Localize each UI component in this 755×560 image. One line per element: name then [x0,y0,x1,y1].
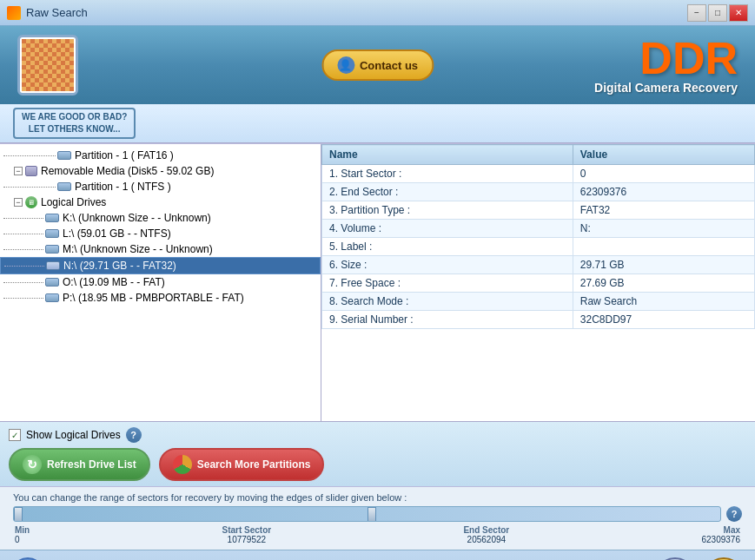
rating-bar[interactable]: WE ARE GOOD OR BAD? LET OTHERS KNOW... [0,104,755,143]
right-panel: Name Value 1. Start Sector :02. End Sect… [321,144,755,421]
tree-scroll[interactable]: Partition - 1 ( FAT16 ) − Removable Medi… [0,144,321,421]
prop-value: FAT32 [573,201,754,220]
brand-section: DDR Digital Camera Recovery [594,36,738,95]
table-row: 5. Label : [322,238,755,256]
prop-name: 4. Volume : [322,220,573,238]
left-panel: Partition - 1 ( FAT16 ) − Removable Medi… [0,144,321,421]
bottom-info: i Select the Drive (from which you want … [0,550,755,560]
prop-value [573,238,754,256]
table-row: 9. Serial Number :32C8DD97 [322,311,755,329]
prop-name: 5. Label : [322,238,573,256]
refresh-drive-btn[interactable]: ↻ Refresh Drive List [9,448,150,481]
prop-value: 62309376 [573,183,754,201]
show-logical-label: Show Logical Drives [26,429,121,441]
slider-handle-left[interactable] [14,507,23,522]
help-icon[interactable]: ? [126,427,142,443]
start-sector-value: 10779522 [228,535,267,544]
brand-ddr: DDR [594,36,738,81]
search-partitions-btn[interactable]: Search More Partitions [159,448,325,481]
table-row: 3. Partition Type :FAT32 [322,201,755,220]
tree-label: O:\ (19.09 MB - - FAT) [63,276,165,288]
rating-badge[interactable]: WE ARE GOOD OR BAD? LET OTHERS KNOW... [13,108,136,139]
tree-item-o-drive[interactable]: O:\ (19.09 MB - - FAT) [0,274,321,290]
table-row: 4. Volume :N: [322,220,755,238]
table-row: 8. Search Mode :Raw Search [322,293,755,311]
checker-logo [22,39,74,91]
prop-name: 8. Search Mode : [322,293,573,311]
show-logical-checkbox[interactable]: ✓ [9,429,21,441]
prop-name: 9. Serial Number : [322,311,573,329]
action-buttons-row: ↻ Refresh Drive List Search More Partiti… [9,448,746,481]
person-icon: 👤 [337,56,354,74]
tree-label: P:\ (18.95 MB - PMBPORTABLE - FAT) [63,292,244,304]
min-value: 0 [15,535,20,544]
slider-track[interactable] [13,506,721,522]
tree-item-logical-drives[interactable]: − 🖥 Logical Drives [0,194,321,210]
slider-area: You can change the range of sectors for … [0,486,755,550]
tree-item-m-drive[interactable]: M:\ (Unknown Size - - Unknown) [0,241,321,257]
drive-icon [46,261,60,270]
app-icon [7,6,21,20]
titlebar: Raw Search − □ ✕ [0,0,755,26]
prop-value: Raw Search [573,293,754,311]
drive-icon [45,293,59,302]
drive-icon [45,229,59,238]
table-row: 1. Start Sector :0 [322,165,755,183]
show-logical-row: ✓ Show Logical Drives ? [9,427,746,443]
prop-value: 32C8DD97 [573,311,754,329]
window-title: Raw Search [26,6,88,19]
end-sector-value: 20562094 [467,535,507,544]
tree-label: Removable Media (Disk5 - 59.02 GB) [41,165,214,177]
search-icon [173,455,192,474]
search-label: Search More Partitions [197,458,311,471]
tree-item-partition-ntfs[interactable]: Partition - 1 ( NTFS ) [0,179,321,194]
prop-name: 1. Start Sector : [322,165,573,183]
tree-label: N:\ (29.71 GB - - FAT32) [63,260,176,272]
prop-name: 3. Partition Type : [322,201,573,220]
prop-name: 2. End Sector : [322,183,573,201]
properties-table: Name Value 1. Start Sector :02. End Sect… [321,144,755,329]
bottom-controls: ✓ Show Logical Drives ? ↻ Refresh Drive … [0,421,755,486]
end-sector-label: End Sector [463,525,509,535]
expand-icon[interactable]: − [14,167,23,175]
brand-subtitle: Digital Camera Recovery [594,81,738,95]
window-controls: − □ ✕ [687,4,748,22]
prop-value: 29.71 GB [573,256,754,274]
logical-folder-icon: 🖥 [25,196,37,208]
slider-row: ? [13,506,742,522]
titlebar-left: Raw Search [7,6,88,20]
maximize-button[interactable]: □ [708,4,727,22]
refresh-icon: ↻ [23,455,42,474]
tree-item-removable[interactable]: − Removable Media (Disk5 - 59.02 GB) [0,163,321,179]
max-label: Max [724,525,740,535]
slider-help-icon[interactable]: ? [726,506,742,522]
tree-item-k-drive[interactable]: K:\ (Unknown Size - - Unknown) [0,210,321,226]
close-button[interactable]: ✕ [729,4,748,22]
rating-line2: LET OTHERS KNOW... [22,123,127,135]
contact-button[interactable]: 👤 Contact us [321,49,434,81]
tree-item-l-drive[interactable]: L:\ (59.01 GB - - NTFS) [0,226,321,241]
expand-icon[interactable]: − [14,198,23,207]
tree-label: M:\ (Unknown Size - - Unknown) [63,243,213,255]
table-row: 7. Free Space :27.69 GB [322,274,755,293]
logo [17,35,78,96]
minimize-button[interactable]: − [687,4,706,22]
col-name-header: Name [322,145,573,165]
tree-label: Partition - 1 ( FAT16 ) [75,149,174,161]
tree-item-p-drive[interactable]: P:\ (18.95 MB - PMBPORTABLE - FAT) [0,290,321,306]
drive-icon [45,278,59,287]
max-value: 62309376 [702,535,741,544]
removable-icon [25,166,37,176]
prop-name: 7. Free Space : [322,274,573,293]
slider-info-text: You can change the range of sectors for … [13,492,742,503]
refresh-label: Refresh Drive List [47,458,136,471]
prop-value: N: [573,220,754,238]
prop-name: 6. Size : [322,256,573,274]
tree-item-n-drive[interactable]: N:\ (29.71 GB - - FAT32) [0,257,321,274]
col-value-header: Value [573,145,754,165]
partition-icon [57,151,71,160]
slider-handle-right[interactable] [368,507,376,522]
tree-item-partition1[interactable]: Partition - 1 ( FAT16 ) [0,148,321,163]
prop-value: 0 [573,165,754,183]
rating-line1: WE ARE GOOD OR BAD? [22,111,127,123]
